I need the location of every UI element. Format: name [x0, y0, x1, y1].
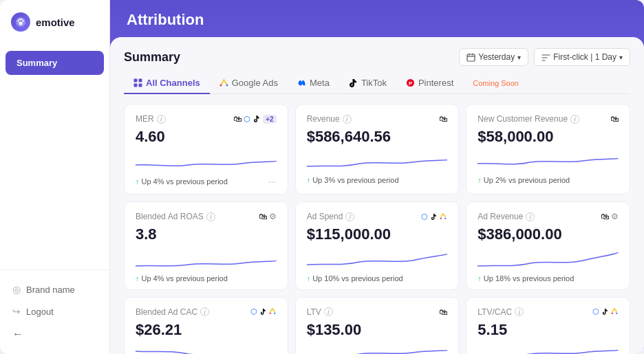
cac-value: $26.21	[136, 321, 277, 339]
ad-revenue-chart	[477, 247, 619, 272]
logo-text: emotive	[36, 16, 75, 28]
ad-spend-trend: ↑ Up 10% vs previous period	[307, 274, 403, 283]
roas-info-icon[interactable]: i	[206, 212, 215, 221]
ltv-cac-card-header: LTV/CAC i ⬡	[477, 307, 619, 317]
brand-name-item[interactable]: ◎ Brand name	[6, 278, 104, 300]
revenue-label: Revenue i	[307, 114, 352, 124]
google-icon-ad-spend	[440, 213, 447, 221]
revenue-info-icon[interactable]: i	[343, 115, 352, 124]
mer-card-header: MER i 🛍 ⬡ +2	[136, 114, 277, 124]
mer-info-icon[interactable]: i	[157, 115, 166, 124]
ncr-card-header: New Customer Revenue i 🛍	[477, 114, 619, 124]
metrics-grid: MER i 🛍 ⬡ +2 4.60	[124, 104, 630, 354]
mer-chart	[136, 148, 277, 173]
tab-pinterest[interactable]: P Pinterest	[396, 73, 463, 94]
mer-trend: ↑ Up 4% vs previous period	[136, 177, 228, 186]
shop-icon-ncr: 🛍	[610, 114, 619, 124]
shop-icon-ad-revenue: 🛍	[601, 212, 609, 221]
date-chevron-icon: ▾	[517, 54, 521, 61]
svg-rect-3	[134, 79, 138, 82]
logout-item[interactable]: ↪ Logout	[6, 300, 104, 322]
calendar-icon	[466, 53, 475, 62]
tiktok-icon	[349, 78, 358, 87]
ad-revenue-icons: 🛍 ⚙	[601, 212, 619, 221]
page-title: Attribution	[127, 11, 627, 29]
all-channels-icon	[133, 78, 142, 87]
revenue-trend: ↑ Up 3% vs previous period	[307, 176, 399, 184]
mer-plus-badge: +2	[263, 115, 276, 124]
cac-sparkline	[136, 342, 277, 354]
cac-chart	[136, 342, 277, 354]
ltv-cac-info-icon[interactable]: i	[515, 307, 524, 316]
summary-header: Summary Yesterday ▾ First-click | 1 Day	[124, 48, 630, 66]
tab-tiktok[interactable]: TikTok	[339, 73, 396, 94]
tab-google-ads[interactable]: Google Ads	[210, 73, 288, 94]
revenue-sparkline	[307, 148, 448, 173]
svg-point-12	[444, 217, 446, 219]
svg-point-14	[274, 313, 275, 314]
ncr-label: New Customer Revenue i	[477, 114, 579, 124]
ad-spend-info-icon[interactable]: i	[345, 212, 354, 221]
roas-value: 3.8	[136, 225, 277, 243]
ad-revenue-value: $386,000.00	[477, 225, 619, 243]
shop-icon-revenue: 🛍	[439, 114, 447, 124]
meta-icon-small: ⬡	[244, 115, 250, 124]
model-filter-label: First-click | 1 Day	[553, 52, 616, 62]
roas-chart	[136, 247, 277, 272]
ncr-footer: ↑ Up 2% vs previous period	[477, 176, 619, 184]
ltv-label: LTV i	[307, 307, 333, 317]
gear-icon-ad-revenue: ⚙	[611, 212, 619, 221]
ad-spend-sparkline	[307, 247, 448, 272]
svg-point-7	[219, 85, 222, 87]
ltv-cac-value: 5.15	[477, 321, 619, 339]
tab-meta[interactable]: Meta	[288, 73, 339, 94]
tab-coming-soon[interactable]: Coming Soon	[463, 73, 528, 94]
sidebar-item-summary[interactable]: Summary	[6, 51, 104, 75]
revenue-chart	[307, 148, 448, 173]
ltv-chart	[307, 342, 448, 354]
ltv-info-icon[interactable]: i	[324, 307, 333, 316]
roas-footer: ↑ Up 4% vs previous period	[136, 274, 277, 283]
coming-soon-label: Coming Soon	[473, 79, 519, 87]
cac-label: Blended Ad CAC i	[136, 307, 209, 317]
ltv-card-header: LTV i 🛍	[307, 307, 448, 317]
ltv-cac-label: LTV/CAC i	[477, 307, 524, 317]
ad-revenue-info-icon[interactable]: i	[526, 212, 535, 221]
shop-icon-roas: 🛍	[259, 212, 267, 221]
ad-spend-icons: ⬡	[421, 212, 447, 221]
svg-point-16	[616, 313, 617, 314]
logo-icon	[11, 12, 30, 32]
mer-more-button[interactable]: ···	[268, 176, 277, 187]
header-controls: Yesterday ▾ First-click | 1 Day ▾	[459, 48, 630, 66]
tab-all-channels[interactable]: All Channels	[124, 73, 210, 94]
ncr-info-icon[interactable]: i	[570, 115, 579, 124]
cac-info-icon[interactable]: i	[200, 307, 209, 316]
revenue-icons: 🛍	[439, 114, 447, 124]
pinterest-icon: P	[406, 78, 415, 87]
svg-point-15	[612, 313, 613, 314]
blended-ad-cac-card: Blended Ad CAC i ⬡	[124, 297, 288, 354]
gear-icon-roas: ⚙	[269, 212, 277, 221]
svg-rect-6	[139, 84, 142, 87]
ltv-cac-icons: ⬡	[592, 307, 619, 316]
mer-label: MER i	[136, 114, 166, 124]
brand-icon: ◎	[12, 284, 21, 295]
ad-revenue-card: Ad Revenue i 🛍 ⚙ $386,000.00	[466, 201, 630, 289]
logout-icon: ↪	[12, 306, 21, 317]
collapse-sidebar-button[interactable]: ←	[6, 322, 104, 346]
roas-icons: 🛍 ⚙	[259, 212, 277, 221]
roas-label: Blended Ad ROAS i	[136, 212, 215, 221]
shop-icon-ltv: 🛍	[439, 307, 447, 317]
model-filter-button[interactable]: First-click | 1 Day ▾	[534, 48, 630, 66]
ad-revenue-card-header: Ad Revenue i 🛍 ⚙	[477, 212, 619, 221]
ltv-value: $135.00	[307, 321, 448, 339]
logout-label: Logout	[26, 307, 54, 317]
ad-spend-label: Ad Spend i	[307, 212, 355, 221]
tab-google-ads-label: Google Ads	[232, 78, 278, 88]
svg-text:P: P	[409, 80, 413, 87]
date-filter-button[interactable]: Yesterday ▾	[459, 48, 528, 66]
svg-rect-5	[134, 84, 138, 87]
ad-revenue-label: Ad Revenue i	[477, 212, 535, 221]
ad-spend-footer: ↑ Up 10% vs previous period	[307, 274, 448, 283]
svg-point-13	[269, 313, 270, 314]
